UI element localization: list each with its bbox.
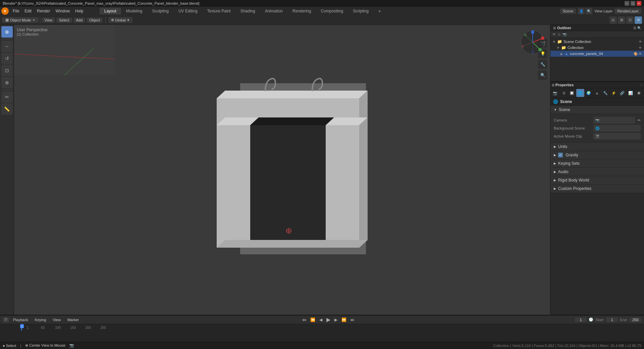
- tab-sculpting[interactable]: Sculpting: [148, 8, 173, 14]
- proportional-btn[interactable]: ⊙: [635, 16, 642, 24]
- physics-props-icon[interactable]: ⚡: [610, 89, 618, 97]
- step-forward-btn[interactable]: ▶: [333, 317, 339, 323]
- tab-compositing[interactable]: Compositing: [316, 8, 348, 14]
- view-menu-timeline[interactable]: View: [50, 317, 63, 322]
- render-props-icon[interactable]: 📷: [551, 89, 559, 97]
- constraints-props-icon[interactable]: 🔗: [618, 89, 626, 97]
- annotate-tool[interactable]: ✏: [1, 91, 13, 103]
- rotate-tool[interactable]: ↺: [1, 53, 13, 64]
- object-props-icon[interactable]: ▲: [593, 89, 601, 97]
- viewport[interactable]: User Perspective (1) Collection: [14, 25, 550, 322]
- gravity-checkbox[interactable]: ✓: [558, 153, 563, 157]
- timeline-icon[interactable]: ⏱: [3, 317, 9, 322]
- tab-texture-paint[interactable]: Texture Paint: [203, 8, 235, 14]
- prev-keyframe-btn[interactable]: ⏪: [309, 317, 317, 323]
- outliner-icon-visibility[interactable]: 👁: [552, 32, 556, 37]
- play-btn[interactable]: ▶: [325, 316, 332, 323]
- playback-menu[interactable]: Playback: [10, 317, 31, 322]
- outliner-icon-select[interactable]: ⊙: [557, 32, 561, 37]
- camera-value[interactable]: 📷: [593, 117, 635, 123]
- material-props-icon[interactable]: ⬟: [635, 89, 643, 97]
- frame-indicator: 1: [20, 324, 24, 328]
- view-menu[interactable]: View: [42, 17, 55, 23]
- scene-section-header[interactable]: ▼ Scene: [550, 106, 644, 114]
- outliner-filter-icon[interactable]: ☰: [633, 26, 636, 30]
- object-mode-selector[interactable]: ▦ Object Mode ▼: [2, 17, 39, 23]
- step-back-btn[interactable]: ◀: [318, 317, 324, 323]
- marker-menu[interactable]: Marker: [65, 317, 82, 322]
- end-frame-input[interactable]: 250: [630, 317, 641, 322]
- menu-render[interactable]: Render: [34, 8, 53, 14]
- outliner-scene-collection[interactable]: ▼ 📁 Scene Collection 👁: [550, 39, 644, 45]
- outliner-search-icon[interactable]: 🔍: [637, 26, 641, 30]
- view-layer-props-icon[interactable]: 🔲: [568, 89, 576, 97]
- select-menu[interactable]: Select: [56, 17, 72, 23]
- custom-properties-header[interactable]: ▶ Custom Properties: [550, 185, 644, 193]
- tab-add[interactable]: +: [374, 7, 386, 15]
- viewport-magnet-btn[interactable]: 🔧: [538, 60, 547, 69]
- jump-end-btn[interactable]: ⏭: [349, 317, 356, 323]
- snap-btn[interactable]: ⊡: [626, 16, 634, 24]
- view-layer-selector[interactable]: RenderLayer: [614, 8, 641, 14]
- tab-uv-editing[interactable]: UV Editing: [174, 8, 202, 14]
- gravity-section-header[interactable]: ▶ ✓ Gravity: [550, 151, 644, 159]
- visibility-toggle[interactable]: 👁: [639, 40, 642, 44]
- menu-window[interactable]: Window: [53, 8, 72, 14]
- world-props-icon[interactable]: 🌍: [585, 89, 593, 97]
- timeline-controls: ⏮ ⏪ ◀ ▶ ▶ ⏩ ⏭: [84, 316, 572, 323]
- properties-expand-icon[interactable]: □: [641, 83, 643, 87]
- move-tool[interactable]: ↔: [1, 41, 13, 52]
- menu-file[interactable]: File: [10, 8, 22, 14]
- timeline-track-area[interactable]: [0, 331, 644, 342]
- minimize-button[interactable]: −: [625, 1, 629, 6]
- audio-section-header[interactable]: ▶ Audio: [550, 168, 644, 176]
- outliner-icon-render[interactable]: 📷: [562, 32, 567, 37]
- data-props-icon[interactable]: 📊: [627, 89, 635, 97]
- scene-props-icon[interactable]: 🌐: [576, 89, 584, 97]
- tab-shading[interactable]: Shading: [236, 8, 260, 14]
- tab-rendering[interactable]: Rendering: [288, 8, 316, 14]
- add-menu[interactable]: Add: [73, 17, 86, 23]
- cursor-tool[interactable]: ⊕: [1, 26, 13, 38]
- background-scene-value[interactable]: 🌐: [593, 125, 641, 132]
- rigid-body-world-header[interactable]: ▶ Rigid Body World: [550, 176, 644, 185]
- viewport-zoom-btn[interactable]: 🔍: [538, 70, 547, 80]
- next-keyframe-btn[interactable]: ⏩: [340, 317, 348, 323]
- search-btn[interactable]: 🔍: [586, 8, 592, 14]
- viewport-gizmo[interactable]: X Y Z: [519, 29, 546, 56]
- outliner-concrete-panels[interactable]: ▶ ▲ concrete_panels_04 🎨 👁: [550, 51, 644, 57]
- tab-animation[interactable]: Animation: [260, 8, 287, 14]
- scale-tool[interactable]: ⊡: [1, 65, 13, 76]
- camera-edit-btn[interactable]: ✏: [638, 118, 641, 122]
- gizmo-btn[interactable]: ⊞: [618, 16, 625, 24]
- tab-scripting[interactable]: Scripting: [348, 8, 373, 14]
- timeline-body[interactable]: 1 50 100 150 200 250 1: [0, 324, 644, 342]
- camera-prop-row: Camera 📷 ✏: [554, 116, 641, 124]
- output-props-icon[interactable]: 🖥: [559, 89, 568, 97]
- units-section-header[interactable]: ▶ Units: [550, 143, 644, 151]
- transform-orientation[interactable]: ⊕ Global ▼: [108, 17, 132, 23]
- scene-selector[interactable]: Scene: [560, 8, 576, 14]
- tab-layout[interactable]: Layout: [100, 8, 121, 14]
- audio-arrow: ▶: [554, 170, 556, 173]
- modifier-props-icon[interactable]: 🔧: [601, 89, 609, 97]
- outliner-title: Outliner: [557, 26, 571, 30]
- object-menu[interactable]: Object: [87, 17, 103, 23]
- measure-tool[interactable]: 📏: [1, 103, 13, 115]
- menu-help[interactable]: Help: [72, 8, 86, 14]
- transform-tool[interactable]: ⊕: [1, 77, 13, 88]
- maximize-button[interactable]: □: [631, 1, 635, 6]
- visibility-toggle-2[interactable]: 👁: [639, 46, 642, 50]
- start-frame-input[interactable]: 1: [606, 317, 618, 322]
- active-movie-clip-value[interactable]: 🎬: [593, 133, 641, 140]
- jump-start-btn[interactable]: ⏮: [301, 317, 308, 323]
- keying-menu[interactable]: Keying: [32, 317, 49, 322]
- keying-sets-section-header[interactable]: ▶ Keying Sets: [550, 159, 644, 168]
- menu-edit[interactable]: Edit: [22, 8, 34, 14]
- overlay-btn[interactable]: ◎: [609, 16, 617, 24]
- user-prefs-btn[interactable]: 👤: [578, 8, 585, 14]
- close-button[interactable]: ×: [637, 1, 641, 6]
- tab-modeling[interactable]: Modeling: [121, 8, 147, 14]
- current-frame-input[interactable]: 1: [575, 317, 587, 322]
- outliner-collection[interactable]: ▼ 📁 Collection 👁: [550, 45, 644, 51]
